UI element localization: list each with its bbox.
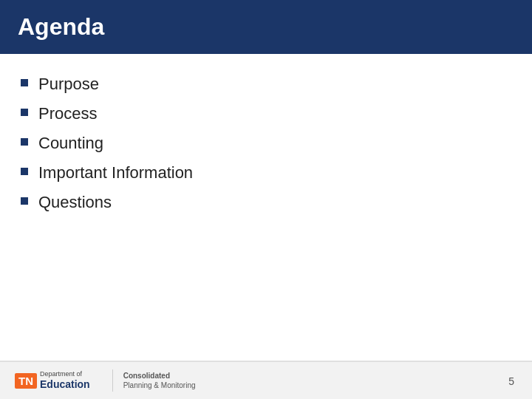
footer-subtitle-line1: Consolidated	[123, 371, 196, 381]
list-item-label: Questions	[38, 193, 112, 212]
list-item-label: Important Information	[38, 163, 193, 183]
list-item-label: Process	[38, 104, 97, 123]
footer-subtitle-line2: Planning & Monitoring	[123, 381, 196, 390]
list-item: Counting	[21, 134, 505, 153]
footer-education-label: Education	[40, 378, 90, 391]
footer-department: Department of Education	[40, 370, 90, 391]
tn-logo: TN	[15, 373, 37, 389]
footer-subtitle: Consolidated Planning & Monitoring	[123, 371, 196, 390]
list-item: Purpose	[21, 75, 505, 94]
list-item: Process	[21, 104, 505, 123]
footer-dept-of-label: Department of	[40, 370, 90, 378]
bullet-icon	[21, 138, 28, 146]
bullet-icon	[21, 109, 28, 116]
list-item-label: Counting	[38, 134, 103, 153]
list-item: Important Information	[21, 163, 505, 183]
page-number: 5	[508, 375, 514, 387]
bullet-icon	[21, 79, 28, 86]
slide-content: Purpose Process Counting Important Infor…	[0, 54, 532, 399]
agenda-list: Purpose Process Counting Important Infor…	[21, 75, 505, 222]
slide-header: Agenda	[0, 0, 532, 54]
slide: Agenda Purpose Process Counting Importan…	[0, 0, 532, 399]
footer-logo: TN Department of Education	[15, 370, 90, 391]
footer-divider	[112, 369, 113, 392]
slide-footer: TN Department of Education Consolidated …	[0, 361, 532, 399]
slide-title: Agenda	[18, 13, 104, 41]
list-item-label: Purpose	[38, 75, 99, 94]
bullet-icon	[21, 197, 28, 205]
bullet-icon	[21, 168, 28, 175]
list-item: Questions	[21, 193, 505, 212]
